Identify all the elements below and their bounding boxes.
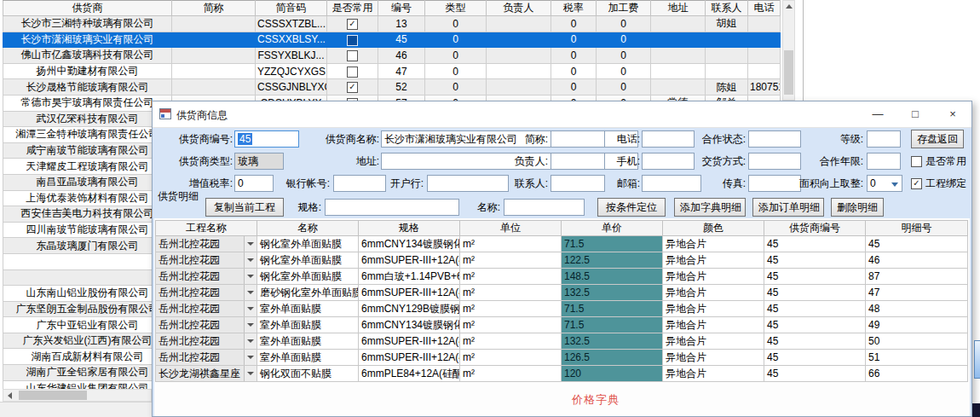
phone-field[interactable]	[642, 130, 695, 148]
delete-detail-button[interactable]: 删除明细	[831, 198, 884, 217]
project-combo[interactable]: 岳州北控花园	[156, 301, 257, 317]
detail-cell-unit[interactable]: m²	[460, 333, 562, 350]
detail-cell-color[interactable]: 异地合片	[663, 301, 764, 317]
detail-cell-supplier-no[interactable]: 45	[764, 236, 866, 252]
detail-row[interactable]: 岳州北控花园室外单面贴膜6mmSUPER-III+12A(硅...m²132.5…	[156, 333, 968, 350]
supplier-type-field[interactable]: 玻璃	[234, 153, 284, 170]
horizontal-scrollbar[interactable]	[3, 389, 152, 402]
column-header[interactable]: 工程名称	[156, 221, 257, 236]
detail-cell-price[interactable]: 132.5	[562, 333, 663, 350]
project-combo[interactable]: 长沙龙湖祺鑫星座	[156, 366, 257, 382]
name-filter-input[interactable]	[504, 199, 585, 216]
scrollbar-thumb[interactable]	[784, 50, 793, 95]
scroll-up-icon[interactable]	[786, 4, 793, 9]
copy-current-project-button[interactable]: 复制当前工程	[205, 198, 284, 217]
column-header[interactable]: 规格	[359, 221, 460, 236]
chevron-down-icon[interactable]	[244, 350, 257, 365]
detail-cell-supplier-no[interactable]: 45	[764, 333, 866, 350]
chevron-down-icon[interactable]	[244, 269, 257, 284]
bank-account-field[interactable]	[333, 175, 386, 192]
detail-cell-supplier-no[interactable]: 45	[764, 285, 866, 301]
chevron-down-icon[interactable]	[244, 252, 257, 268]
common-use-cell[interactable]	[327, 63, 378, 79]
detail-cell-supplier-no[interactable]: 45	[764, 252, 866, 269]
detail-cell-supplier-no[interactable]: 45	[764, 366, 866, 382]
detail-cell-detail-no[interactable]: 87	[866, 269, 968, 285]
column-header[interactable]: 颜色	[663, 221, 764, 236]
supplier-grid-vertical-scrollbar[interactable]	[782, 0, 795, 101]
column-header[interactable]: 负责人	[487, 1, 551, 16]
project-combo[interactable]: 岳州北控花园	[156, 269, 257, 285]
contact-field[interactable]	[551, 175, 605, 192]
chevron-down-icon[interactable]	[244, 236, 257, 252]
detail-cell-supplier-no[interactable]: 45	[764, 269, 866, 285]
detail-cell-unit[interactable]: m²	[460, 252, 562, 269]
common-use-checkbox[interactable]: 是否常用	[911, 153, 966, 170]
price-dictionary-link[interactable]: 价格字典	[527, 392, 664, 408]
supplier-no-field[interactable]: 45	[234, 130, 299, 148]
detail-cell-color[interactable]: 异地合片	[663, 285, 764, 301]
column-header[interactable]: 地址	[651, 1, 706, 16]
dialog-titlebar[interactable]: 供货商信息 — □ ×	[153, 101, 971, 128]
detail-cell-color[interactable]: 异地合片	[663, 317, 764, 333]
column-header[interactable]: 名称	[257, 221, 359, 236]
detail-cell-spec[interactable]: 6mmCNY134镀膜钢化	[359, 317, 460, 333]
delivery-field[interactable]	[748, 153, 801, 170]
checkbox-checked-icon[interactable]: ✓	[347, 82, 358, 93]
chevron-down-icon[interactable]	[244, 301, 257, 316]
chevron-down-icon[interactable]	[891, 182, 898, 187]
column-header[interactable]: 类型	[425, 1, 487, 16]
checkbox-unchecked-icon[interactable]	[347, 67, 358, 78]
coop-years-field[interactable]	[867, 153, 901, 170]
column-header[interactable]: 单位	[460, 221, 562, 236]
detail-cell-color[interactable]: 异地合片	[663, 350, 764, 366]
project-combo[interactable]: 岳州北控花园	[156, 285, 257, 301]
detail-row[interactable]: 岳州北控花园室外单面贴膜6mmCNY129B镀膜钢化m²71.5异地合片4548	[156, 301, 968, 317]
detail-cell-supplier-no[interactable]: 45	[764, 301, 866, 317]
detail-row[interactable]: 岳州北控花园室外单面贴膜6mmSUPER-III+12A(硅...m²126.5…	[156, 350, 968, 366]
detail-cell-color[interactable]: 异地合片	[663, 236, 764, 252]
detail-cell-unit[interactable]: m²	[460, 350, 562, 366]
project-combo[interactable]: 岳州北控花园	[156, 333, 257, 350]
close-button[interactable]: ×	[934, 101, 971, 127]
coop-status-field[interactable]	[748, 130, 801, 148]
detail-cell-name[interactable]: 室外单面贴膜	[257, 333, 359, 350]
project-combo[interactable]: 岳州北控花园	[156, 350, 257, 366]
chevron-down-icon[interactable]	[244, 285, 257, 300]
column-header[interactable]: 简音码	[256, 1, 327, 16]
chevron-down-icon[interactable]	[244, 366, 257, 381]
spec-filter-input[interactable]	[325, 199, 459, 216]
column-header[interactable]: 供货商编号	[764, 221, 866, 236]
detail-row[interactable]: 岳州北控花园室外单面贴膜6mmCNY134镀膜钢化m²71.5异地合片4549	[156, 317, 968, 333]
detail-cell-price[interactable]: 132.5	[562, 285, 663, 301]
detail-cell-color[interactable]: 异地合片	[663, 252, 764, 269]
detail-cell-detail-no[interactable]: 45	[866, 236, 968, 252]
common-use-cell[interactable]: ✓	[327, 79, 378, 96]
mobile-field[interactable]	[642, 153, 695, 170]
project-combo[interactable]: 岳州北控花园	[156, 317, 257, 333]
detail-cell-name[interactable]: 室外单面贴膜	[257, 350, 359, 366]
column-header[interactable]: 供货商	[3, 1, 172, 16]
supplier-row[interactable]: 扬州中勤建材有限公司YZZQJCYXGS47000	[3, 63, 781, 79]
detail-cell-price[interactable]: 71.5	[562, 236, 663, 252]
detail-cell-name[interactable]: 室外单面贴膜	[257, 301, 359, 317]
detail-cell-unit[interactable]: m²	[460, 236, 562, 252]
detail-cell-name[interactable]: 钢化室外单面贴膜	[257, 269, 359, 285]
detail-cell-spec[interactable]: 6mmSUPER-III+12A(硅...	[359, 285, 460, 301]
detail-cell-spec[interactable]: 6mmPLE84+12A(硅酮胶...	[359, 366, 460, 382]
detail-cell-spec[interactable]: 6mm白玻+1.14PVB+6mm...	[359, 269, 460, 285]
checkbox-checked-icon[interactable]: ✓	[347, 19, 358, 30]
detail-cell-name[interactable]: 钢化室外单面贴膜	[257, 236, 359, 252]
supplier-row[interactable]: 长沙晟格节能玻璃有限公司CSSGJNBLYXGS✓52000陈姐180751	[3, 79, 781, 96]
detail-cell-spec[interactable]: 6mmCNY134镀膜钢化	[359, 236, 460, 252]
detail-cell-unit[interactable]: m²	[460, 366, 562, 382]
detail-cell-name[interactable]: 钢化室外单面贴膜	[257, 252, 359, 269]
detail-cell-color[interactable]: 异地合片	[663, 366, 764, 382]
detail-cell-detail-no[interactable]: 50	[866, 333, 968, 350]
detail-cell-supplier-no[interactable]: 45	[764, 350, 866, 366]
detail-cell-spec[interactable]: 6mmCNY129B镀膜钢化	[359, 301, 460, 317]
column-header[interactable]: 税率	[551, 1, 597, 16]
chevron-down-icon[interactable]	[244, 333, 257, 349]
detail-cell-spec[interactable]: 6mmSUPER-III+12A(硅...	[359, 333, 460, 350]
detail-cell-unit[interactable]: m²	[460, 285, 562, 301]
